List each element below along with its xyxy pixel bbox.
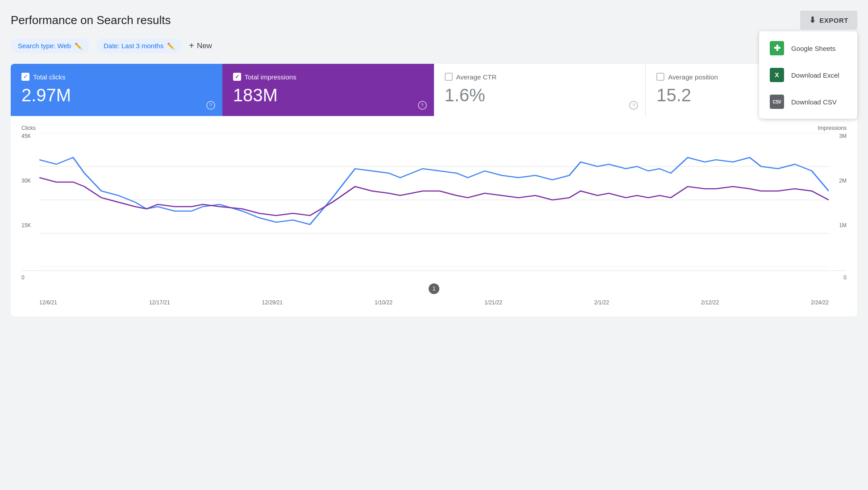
ctr-checkbox[interactable] xyxy=(445,73,453,81)
google-sheets-option[interactable]: ✚ Google Sheets xyxy=(759,35,857,62)
sheets-icon: ✚ xyxy=(770,41,784,55)
x-label-0: 12/6/21 xyxy=(39,299,57,306)
plus-icon: + xyxy=(189,41,194,51)
csv-icon: CSV xyxy=(770,95,784,109)
excel-icon: X xyxy=(770,68,784,82)
date-filter[interactable]: Date: Last 3 months ✏️ xyxy=(96,38,182,53)
chart-svg-wrapper xyxy=(39,133,829,267)
export-label: EXPORT xyxy=(819,17,848,24)
x-label-7: 2/24/22 xyxy=(811,299,829,306)
chart-y-right-label: Impressions xyxy=(818,125,847,131)
circle-badge: 1 xyxy=(429,283,439,294)
excel-label: Download Excel xyxy=(791,71,839,79)
tick-45k: 45K xyxy=(21,133,31,139)
header: Performance on Search results ⬇ EXPORT xyxy=(11,11,857,29)
download-excel-option[interactable]: X Download Excel xyxy=(759,62,857,88)
chart-x-labels: 12/6/21 12/17/21 12/29/21 1/10/22 1/21/2… xyxy=(21,299,847,306)
tick-2m: 2M xyxy=(839,178,847,184)
export-dropdown: ✚ Google Sheets X Download Excel CSV Dow… xyxy=(759,31,857,119)
clicks-header: ✓ Total clicks xyxy=(21,73,212,81)
clicks-help-icon[interactable]: ? xyxy=(206,101,215,110)
ctr-label: Average CTR xyxy=(456,73,497,81)
export-icon: ⬇ xyxy=(809,15,816,25)
sheets-label: Google Sheets xyxy=(791,45,835,52)
x-label-4: 1/21/22 xyxy=(484,299,502,306)
x-label-6: 2/12/22 xyxy=(701,299,719,306)
clicks-value: 2.97M xyxy=(21,85,212,105)
new-button[interactable]: + New xyxy=(189,41,212,51)
x-label-1: 12/17/21 xyxy=(149,299,170,306)
tick-3m: 3M xyxy=(839,133,847,139)
chart-axes-labels: Clicks Impressions xyxy=(21,125,847,131)
impressions-header: ✓ Total impressions xyxy=(233,73,423,81)
pencil-icon-2: ✏️ xyxy=(167,42,175,50)
chart-area: 45K 30K 15K 3M 2M 1M xyxy=(21,133,847,267)
new-label: New xyxy=(197,42,212,50)
metrics-row: ✓ Total clicks 2.97M ? ✓ Total impressio… xyxy=(11,64,857,116)
impressions-checkbox[interactable]: ✓ xyxy=(233,73,241,81)
filter-bar: Search type: Web ✏️ Date: Last 3 months … xyxy=(11,38,857,53)
date-label: Date: Last 3 months xyxy=(104,42,163,50)
tick-1m: 1M xyxy=(839,222,847,228)
x-label-5: 2/1/22 xyxy=(594,299,609,306)
ctr-card[interactable]: Average CTR 1.6% ? xyxy=(434,64,646,116)
ctr-header: Average CTR xyxy=(445,73,635,81)
zero-line-row: 0 0 xyxy=(21,270,847,284)
impressions-help-icon[interactable]: ? xyxy=(418,101,427,110)
tick-30k: 30K xyxy=(21,178,31,184)
x-label-2: 12/29/21 xyxy=(262,299,283,306)
download-csv-option[interactable]: CSV Download CSV xyxy=(759,88,857,115)
checkmark: ✓ xyxy=(23,74,28,80)
clicks-checkbox[interactable]: ✓ xyxy=(21,73,29,81)
impressions-card[interactable]: ✓ Total impressions 183M ? xyxy=(222,64,434,116)
page-title: Performance on Search results xyxy=(11,13,171,27)
chart-svg xyxy=(39,133,829,267)
search-type-label: Search type: Web xyxy=(18,42,71,50)
ctr-help-icon[interactable]: ? xyxy=(629,101,638,110)
position-label: Average position xyxy=(668,73,718,81)
position-checkbox[interactable] xyxy=(656,73,664,81)
page-container: Performance on Search results ⬇ EXPORT S… xyxy=(11,11,857,316)
impressions-label: Total impressions xyxy=(245,73,296,81)
search-type-filter[interactable]: Search type: Web ✏️ xyxy=(11,38,89,53)
impressions-line xyxy=(39,178,829,216)
clicks-card[interactable]: ✓ Total clicks 2.97M ? xyxy=(11,64,222,116)
chart-y-left-ticks: 45K 30K 15K xyxy=(21,133,31,267)
chart-y-right-ticks: 3M 2M 1M xyxy=(839,133,847,267)
export-button[interactable]: ⬇ EXPORT xyxy=(800,11,857,29)
chart-y-left-label: Clicks xyxy=(21,125,36,131)
csv-label: Download CSV xyxy=(791,98,837,106)
tick-15k: 15K xyxy=(21,222,31,228)
x-label-3: 1/10/22 xyxy=(375,299,392,306)
pencil-icon: ✏️ xyxy=(75,42,82,50)
ctr-value: 1.6% xyxy=(445,85,635,105)
zero-left: 0 xyxy=(21,274,25,281)
checkmark-purple: ✓ xyxy=(235,74,239,80)
impressions-value: 183M xyxy=(233,85,423,105)
clicks-label: Total clicks xyxy=(33,73,66,81)
zero-right: 0 xyxy=(843,274,847,281)
chart-container: Clicks Impressions 45K 30K 15K 3M 2M 1M xyxy=(11,116,857,316)
